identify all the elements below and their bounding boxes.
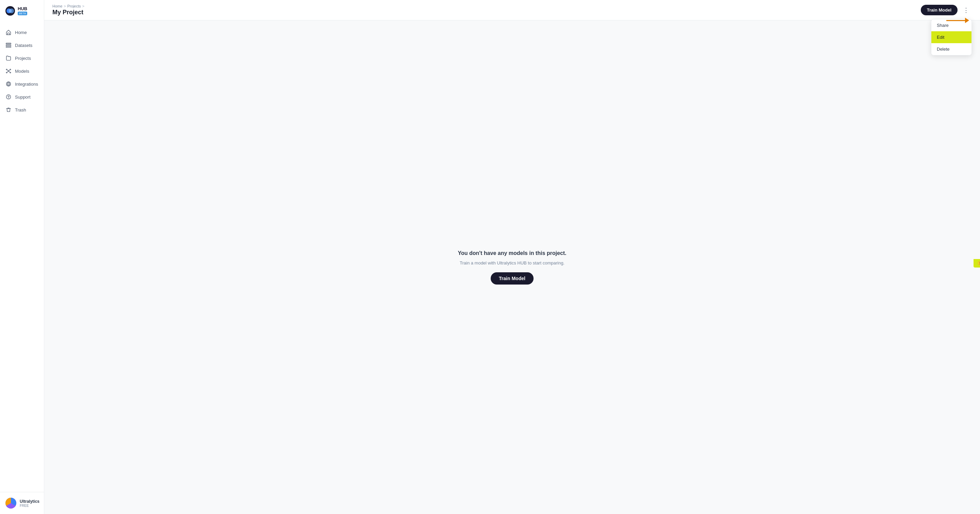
- logo-hub-label: HUB: [18, 6, 27, 11]
- breadcrumb-projects[interactable]: Projects: [67, 4, 81, 8]
- sidebar-item-home-label: Home: [15, 30, 27, 35]
- svg-line-15: [9, 71, 10, 72]
- svg-point-10: [6, 72, 7, 73]
- sidebar: HUB BETA Home Datasets: [0, 0, 44, 514]
- svg-rect-5: [6, 45, 11, 46]
- breadcrumb-sep1: >: [64, 4, 66, 8]
- svg-rect-4: [6, 43, 11, 44]
- models-icon: [5, 68, 11, 74]
- logo-text: HUB BETA: [18, 6, 27, 15]
- dropdown-menu: Share Edit Delete: [931, 19, 972, 56]
- user-info: Ultralytics FREE: [20, 499, 40, 508]
- sidebar-item-support[interactable]: Support: [0, 90, 44, 103]
- sidebar-item-models-label: Models: [15, 69, 29, 74]
- svg-line-14: [7, 71, 8, 72]
- sidebar-item-projects[interactable]: Projects: [0, 52, 44, 65]
- empty-state-title: You don't have any models in this projec…: [458, 250, 566, 256]
- dropdown-share-label: Share: [937, 23, 949, 28]
- header: Home > Projects > My Project Train Model…: [44, 0, 980, 21]
- more-options-button[interactable]: ⋮: [960, 5, 972, 15]
- dropdown-item-edit[interactable]: Edit: [931, 31, 972, 43]
- sidebar-item-integrations-label: Integrations: [15, 82, 38, 87]
- datasets-icon: [5, 42, 11, 48]
- sidebar-item-trash-label: Trash: [15, 108, 26, 113]
- empty-state-subtitle: Train a model with Ultralytics HUB to st…: [460, 260, 565, 265]
- breadcrumb-sep2: >: [82, 4, 84, 8]
- svg-point-9: [10, 69, 11, 70]
- feedback-button[interactable]: Feedback 😊: [974, 259, 980, 268]
- trash-icon: [5, 107, 11, 113]
- page-content: You don't have any models in this projec…: [44, 21, 980, 514]
- train-model-center-button[interactable]: Train Model: [491, 272, 533, 284]
- logo-beta-label: BETA: [18, 11, 27, 15]
- sidebar-item-projects-label: Projects: [15, 56, 31, 61]
- svg-rect-6: [6, 47, 11, 48]
- page-title: My Project: [52, 9, 84, 16]
- breadcrumb-home[interactable]: Home: [52, 4, 62, 8]
- sidebar-item-support-label: Support: [15, 95, 30, 100]
- sidebar-item-home[interactable]: Home: [0, 26, 44, 39]
- home-icon: [5, 29, 11, 35]
- empty-state: You don't have any models in this projec…: [458, 250, 566, 284]
- breadcrumb: Home > Projects > My Project: [52, 4, 84, 16]
- logo-icon: [5, 5, 16, 16]
- dropdown-edit-label: Edit: [937, 35, 944, 40]
- projects-icon: [5, 55, 11, 61]
- sidebar-item-models[interactable]: Models: [0, 65, 44, 78]
- sidebar-item-integrations[interactable]: Integrations: [0, 78, 44, 90]
- integrations-icon: [5, 81, 11, 87]
- dropdown-delete-label: Delete: [937, 47, 950, 52]
- header-actions: Train Model ⋮ Share Edit Delete: [921, 5, 972, 15]
- dropdown-item-delete[interactable]: Delete: [931, 43, 972, 55]
- sidebar-item-trash[interactable]: Trash: [0, 103, 44, 116]
- user-plan: FREE: [20, 504, 40, 508]
- sidebar-item-datasets[interactable]: Datasets: [0, 39, 44, 52]
- dropdown-item-share[interactable]: Share: [931, 19, 972, 31]
- avatar: [5, 498, 16, 509]
- sidebar-footer: Ultralytics FREE: [0, 492, 44, 514]
- support-icon: [5, 94, 11, 100]
- sidebar-item-datasets-label: Datasets: [15, 43, 32, 48]
- svg-line-13: [9, 70, 10, 71]
- svg-line-12: [7, 70, 8, 71]
- svg-point-3: [8, 9, 12, 13]
- svg-point-8: [6, 69, 7, 70]
- user-name: Ultralytics: [20, 499, 40, 504]
- sidebar-nav: Home Datasets Projects: [0, 23, 44, 492]
- svg-point-17: [8, 98, 9, 98]
- logo: HUB BETA: [0, 0, 44, 23]
- svg-point-11: [10, 72, 11, 73]
- main-content: Home > Projects > My Project Train Model…: [44, 0, 980, 514]
- avatar-image: [5, 498, 16, 509]
- train-model-button[interactable]: Train Model: [921, 5, 958, 15]
- breadcrumb-trail: Home > Projects >: [52, 4, 84, 8]
- feedback-emoji: 😊: [978, 261, 980, 265]
